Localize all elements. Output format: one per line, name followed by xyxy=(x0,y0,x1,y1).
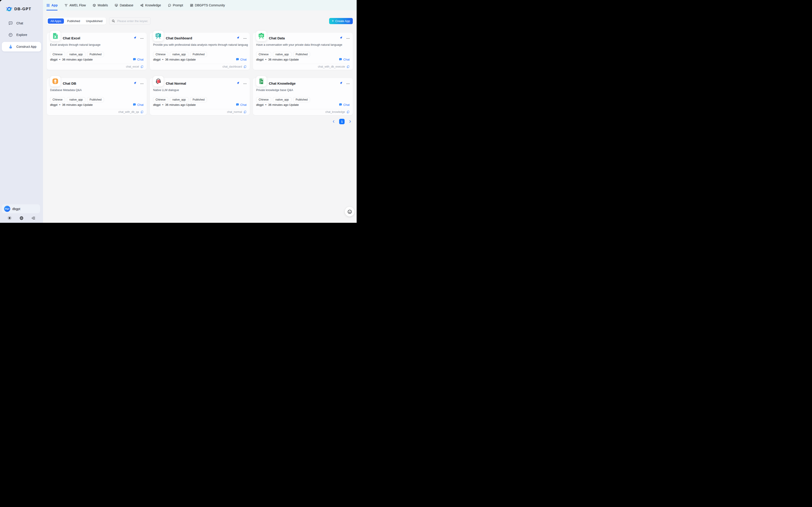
sidebar-item-label: Explore xyxy=(16,33,27,37)
app-card[interactable]: Chat Knowledge Private knowledge base Q&… xyxy=(253,78,353,115)
robot-icon xyxy=(8,44,13,49)
search-box xyxy=(109,17,150,24)
dingtalk-share-icon[interactable] xyxy=(339,81,343,85)
copy-icon[interactable] xyxy=(243,65,247,68)
tag-list: Chinesenative_appPublished xyxy=(153,52,207,57)
app-description: Provide you with professional data analy… xyxy=(153,43,248,46)
sidebar-footer xyxy=(0,215,43,221)
app-card[interactable]: Chat Excel Excel analysis through natura… xyxy=(47,33,147,70)
card-meta: dbgpt • 36 minutes ago Update Chat xyxy=(50,103,143,107)
copy-icon[interactable] xyxy=(347,65,350,68)
top-nav: App AWEL Flow Models xyxy=(43,0,357,10)
chat-bubble-icon xyxy=(133,58,136,61)
more-options-icon[interactable] xyxy=(140,37,144,41)
app-card-title: Chat Knowledge xyxy=(269,81,296,85)
sidebar-item-chat[interactable]: Chat xyxy=(2,19,41,28)
theme-sun-icon[interactable] xyxy=(7,216,12,220)
prev-page-icon[interactable] xyxy=(331,119,336,124)
app-card[interactable]: Chat Dashboard Provide you with professi… xyxy=(150,33,250,70)
filter-unpublished[interactable]: Unpublished xyxy=(83,18,105,24)
app-card-title: Chat Excel xyxy=(63,36,80,40)
tag-pill: Published xyxy=(87,52,104,57)
tab-prompt[interactable]: Prompt xyxy=(168,0,183,10)
filter-published[interactable]: Published xyxy=(64,18,83,24)
tab-app[interactable]: App xyxy=(46,0,58,10)
card-meta: dbgpt • 36 minutes ago Update Chat xyxy=(256,58,350,61)
app-slug: chat_knowledge xyxy=(325,110,345,114)
search-input[interactable] xyxy=(117,19,148,23)
flow-branch-icon xyxy=(64,4,68,7)
card-divider xyxy=(50,64,143,64)
user-profile[interactable]: dbgpt dbgpt xyxy=(2,204,40,213)
chat-bubble-icon xyxy=(236,103,239,107)
dingtalk-share-icon[interactable] xyxy=(133,81,137,85)
owner-updated: dbgpt • 36 minutes ago Update xyxy=(153,103,196,107)
card-meta: dbgpt • 36 minutes ago Update Chat xyxy=(256,103,350,107)
chat-bubble-outline-icon xyxy=(8,21,13,26)
tab-label: App xyxy=(51,3,58,7)
tab-dbgpts-community[interactable]: DBGPTS Community xyxy=(190,0,225,10)
dingtalk-share-icon[interactable] xyxy=(133,36,137,40)
chat-link[interactable]: Chat xyxy=(133,58,143,61)
sidebar-item-construct-app[interactable]: Construct App xyxy=(2,42,41,51)
dingtalk-share-icon[interactable] xyxy=(339,36,343,40)
language-globe-icon[interactable] xyxy=(19,216,24,220)
meta-separator: • xyxy=(265,58,266,61)
app-card[interactable]: Chat Data Have a conversation with your … xyxy=(253,33,353,70)
tab-label: Prompt xyxy=(173,3,183,7)
tab-awel-flow[interactable]: AWEL Flow xyxy=(64,0,86,10)
tag-pill: Published xyxy=(190,52,207,57)
tab-knowledge[interactable]: Knowledge xyxy=(140,0,161,10)
more-options-icon[interactable] xyxy=(243,37,247,41)
app-card-title: Chat Normal xyxy=(166,81,186,85)
explore-planet-icon xyxy=(8,33,13,37)
create-app-button[interactable]: + Create App xyxy=(329,18,353,24)
owner-updated: dbgpt • 36 minutes ago Update xyxy=(256,58,299,61)
model-box-icon xyxy=(92,4,96,7)
app-description: Have a conversation with your private da… xyxy=(256,43,351,46)
knowledge-nodes-icon xyxy=(140,4,143,7)
meta-separator: • xyxy=(163,58,164,61)
owner-name: dbgpt xyxy=(153,58,161,61)
copy-icon[interactable] xyxy=(140,110,143,114)
chat-link[interactable]: Chat xyxy=(236,103,247,107)
more-options-icon[interactable] xyxy=(346,37,350,41)
tag-pill: native_app xyxy=(170,97,188,102)
app-card[interactable]: Chat Normal Native LLM dialogue Chinesen… xyxy=(150,78,250,115)
copy-icon[interactable] xyxy=(347,110,350,114)
dingtalk-share-icon[interactable] xyxy=(236,36,240,40)
chat-link-label: Chat xyxy=(343,103,350,107)
copy-icon[interactable] xyxy=(243,110,247,114)
collapse-sidebar-icon[interactable] xyxy=(31,216,36,220)
chat-link[interactable]: Chat xyxy=(339,103,350,107)
more-options-icon[interactable] xyxy=(243,82,247,86)
db-gpt-app-window: DB-GPT Chat xyxy=(0,0,357,223)
tag-pill: Published xyxy=(190,97,207,102)
owner-updated: dbgpt • 36 minutes ago Update xyxy=(153,58,196,61)
tab-models[interactable]: Models xyxy=(92,0,108,10)
tab-database[interactable]: SQL Database xyxy=(115,0,133,10)
current-page[interactable]: 1 xyxy=(339,119,345,124)
owner-name: dbgpt xyxy=(153,103,161,107)
owner-name: dbgpt xyxy=(256,58,264,61)
filter-all-apps[interactable]: All Apps xyxy=(48,18,64,24)
chat-link[interactable]: Chat xyxy=(236,58,247,61)
more-options-icon[interactable] xyxy=(346,82,350,86)
filter-segmented-control: All Apps Published Unpublished xyxy=(47,17,106,24)
chat-link[interactable]: Chat xyxy=(339,58,350,61)
updated-time: 36 minutes ago Update xyxy=(62,58,92,61)
sidebar-item-explore[interactable]: Explore xyxy=(2,30,41,39)
more-options-icon[interactable] xyxy=(140,82,144,86)
app-slug: chat_excel xyxy=(126,65,139,68)
card-divider xyxy=(50,109,143,109)
chat-link[interactable]: Chat xyxy=(133,103,143,107)
copy-icon[interactable] xyxy=(140,65,143,68)
app-description: Database Metadata Q&A xyxy=(50,89,145,92)
app-card-title: Chat Data xyxy=(269,36,285,40)
app-card[interactable]: Chat DB Database Metadata Q&A Chinesenat… xyxy=(47,78,147,115)
owner-name: dbgpt xyxy=(50,103,58,107)
dingtalk-share-icon[interactable] xyxy=(236,81,240,85)
next-page-icon[interactable] xyxy=(347,119,353,124)
feedback-smiley-button[interactable] xyxy=(345,207,354,216)
search-icon xyxy=(112,19,115,23)
